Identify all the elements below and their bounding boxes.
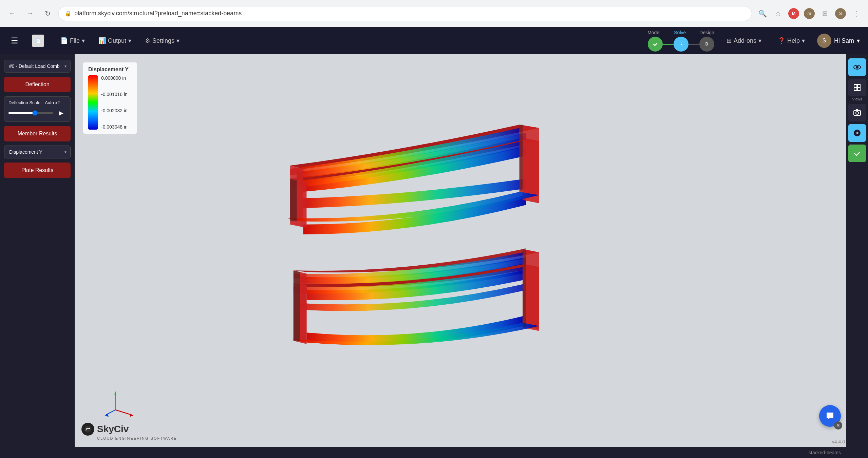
output-menu[interactable]: 📊 Output ▾ [93, 34, 137, 48]
left-sidebar: #0 - Default Load Combo Deflection Defle… [0, 54, 75, 447]
design-label: Design [699, 30, 714, 35]
screenshot-button[interactable] [848, 104, 866, 121]
svg-point-0 [652, 41, 659, 47]
svg-marker-5 [114, 391, 116, 395]
msd-steps: D [648, 37, 714, 52]
tool3-group [848, 124, 866, 142]
solve-label: Solve [674, 30, 686, 35]
axis-indicator [102, 386, 136, 420]
nav-menu: 📄 File ▾ 📊 Output ▾ ⚙ Settings ▾ [55, 34, 185, 48]
svg-rect-13 [854, 84, 857, 87]
browser-actions: 🔍 ☆ M m ⊞ S ⋮ [756, 7, 863, 20]
hamburger-menu[interactable]: ☰ [8, 33, 21, 48]
project-name-footer: stacked-beams [809, 450, 841, 455]
views-label: Views [852, 97, 862, 101]
svg-line-6 [115, 410, 132, 415]
help-menu[interactable]: ❓ Help ▾ [774, 34, 809, 47]
svg-line-8 [106, 410, 115, 415]
more-menu[interactable]: ⋮ [850, 7, 863, 20]
deflection-scale-text: Deflection Scale: [8, 100, 42, 105]
svg-point-12 [856, 66, 858, 68]
step-connector-2 [688, 44, 699, 45]
eye-button[interactable] [848, 58, 866, 76]
search-button[interactable]: 🔍 [756, 7, 769, 20]
addons-chevron: ▾ [758, 37, 761, 44]
address-bar[interactable]: 🔒 platform.skyciv.com/structural?preload… [58, 6, 752, 21]
file-menu[interactable]: 📄 File ▾ [55, 34, 90, 48]
displacement-select-wrapper: Displacement Y Displacement X Displaceme… [4, 146, 71, 158]
back-button[interactable]: ← [5, 7, 19, 20]
eye-tool-group [848, 58, 866, 76]
extensions-button[interactable]: ⊞ [818, 7, 831, 20]
output-chevron: ▾ [128, 37, 131, 44]
plate-results-button[interactable]: Plate Results [4, 163, 71, 178]
step-connector-1 [663, 44, 674, 45]
addons-label: Add-ons [734, 37, 756, 44]
skyciv-logo: SkyCiv Cloud Engineering Software [81, 423, 177, 440]
output-label: Output [108, 37, 126, 44]
legend-color-bar [88, 75, 98, 130]
nav-right: Model Solve Design D [647, 30, 860, 52]
app-container: ☰ 📄 📄 File ▾ 📊 Output ▾ ⚙ Settings ▾ [0, 27, 868, 458]
svg-point-10 [84, 426, 91, 433]
help-label: Help [787, 37, 800, 44]
tool4-group [848, 145, 866, 162]
solve-step[interactable] [674, 37, 688, 52]
forward-button[interactable]: → [23, 7, 37, 20]
legend-value-max: 0.000000 in [101, 75, 128, 81]
help-chevron: ▾ [802, 37, 805, 44]
slider-row: ▶ [8, 108, 66, 118]
chat-close-button[interactable]: ✕ [834, 421, 842, 430]
deflection-button[interactable]: Deflection [4, 77, 71, 92]
svg-point-18 [856, 112, 858, 114]
model-step[interactable] [648, 37, 663, 52]
svg-rect-14 [857, 84, 860, 87]
deflection-scale-box: Deflection Scale: Auto x2 ▶ [4, 96, 71, 122]
legend-value-mid1: -0.001016 in [101, 92, 128, 97]
refresh-button[interactable]: ↻ [41, 7, 54, 20]
model-label: Model [647, 30, 660, 35]
design-step[interactable]: D [699, 37, 714, 52]
screenshot-tool-group [848, 104, 866, 121]
version-badge: v4.4.0 [832, 439, 845, 444]
legend-value-min: -0.003048 in [101, 124, 128, 130]
user-avatar-nav: S [817, 34, 831, 48]
skyciv-logo-sub: Cloud Engineering Software [97, 436, 177, 440]
deflection-scale-value: Auto x2 [45, 100, 60, 105]
model-solve-design-steps: Model Solve Design D [647, 30, 714, 52]
member-results-button[interactable]: Member Results [4, 126, 71, 141]
nav-user[interactable]: S Hi Sam ▾ [817, 34, 860, 48]
msd-labels: Model Solve Design [647, 30, 714, 35]
svg-rect-15 [854, 88, 857, 91]
legend-labels: 0.000000 in -0.001016 in -0.002032 in -0… [101, 75, 128, 130]
settings-menu[interactable]: ⚙ Settings ▾ [139, 34, 185, 48]
file-icon: 📄 [60, 37, 68, 44]
views-tool-group: Views [848, 79, 866, 101]
deflection-scale-label: Deflection Scale: Auto x2 [8, 100, 66, 105]
skyciv-text: SkyCiv [97, 424, 129, 435]
file-label: File [70, 37, 80, 44]
deflection-scale-slider[interactable] [8, 112, 53, 114]
viewport[interactable]: Displacement Y 0.000000 in -0.001016 in … [75, 54, 868, 447]
svg-rect-16 [857, 88, 860, 91]
load-combo-wrapper: #0 - Default Load Combo [4, 60, 71, 73]
tool3-button[interactable] [848, 124, 866, 142]
top-navbar: ☰ 📄 📄 File ▾ 📊 Output ▾ ⚙ Settings ▾ [0, 27, 868, 54]
account-button[interactable]: m [803, 7, 816, 20]
profile-icon[interactable]: M [787, 7, 800, 20]
tool4-button[interactable] [848, 145, 866, 162]
output-icon: 📊 [98, 37, 106, 44]
addons-menu[interactable]: ⊞ Add-ons ▾ [722, 34, 766, 47]
star-button[interactable]: ☆ [772, 7, 785, 20]
lock-icon: 🔒 [65, 10, 72, 17]
legend-bar-container: 0.000000 in -0.001016 in -0.002032 in -0… [88, 75, 132, 130]
app-logo: 📄 [32, 35, 44, 47]
load-combo-select[interactable]: #0 - Default Load Combo [4, 60, 71, 73]
displacement-select[interactable]: Displacement Y Displacement X Displaceme… [4, 146, 71, 158]
play-button[interactable]: ▶ [56, 108, 66, 118]
hi-sam-label: Hi Sam [834, 37, 854, 44]
user-avatar[interactable]: S [834, 7, 847, 20]
user-chevron: ▾ [857, 37, 860, 44]
beams-svg [75, 54, 846, 447]
views-button[interactable] [848, 79, 866, 96]
